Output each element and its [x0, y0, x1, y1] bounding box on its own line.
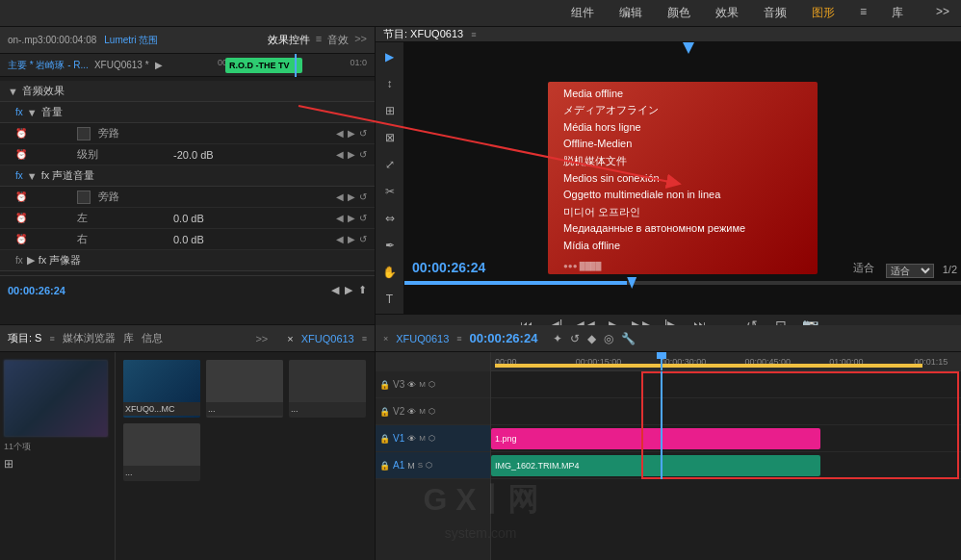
tl-tool-marker[interactable]: ◆	[587, 332, 596, 345]
left-left[interactable]: ◀	[336, 213, 344, 223]
v1-lock[interactable]: 🔒	[379, 434, 390, 444]
rolling-tool[interactable]: ⊠	[379, 127, 401, 148]
audio-tab[interactable]: 音效	[327, 33, 349, 47]
type-tool[interactable]: T	[379, 289, 401, 310]
menu-expand[interactable]: >>	[932, 3, 953, 23]
bypass1-right[interactable]: ▶	[348, 128, 355, 139]
track-select-tool[interactable]: ↕	[379, 73, 401, 94]
a1-solo[interactable]: S	[418, 461, 423, 470]
bypass2-checkbox[interactable]	[77, 191, 91, 204]
bypass1-reset[interactable]: ↺	[359, 128, 367, 139]
level-value[interactable]: -20.0 dB	[173, 149, 336, 161]
project-item-3[interactable]: ...	[289, 360, 366, 418]
tl-tool-settings[interactable]: 🔧	[621, 332, 636, 345]
tl-settings-icon[interactable]: ≡	[456, 334, 461, 344]
tl-close[interactable]: ×	[383, 334, 388, 344]
v2-label: V2	[393, 406, 404, 417]
preview-title: 节目: XFUQ0613	[383, 27, 463, 41]
v2-solo[interactable]: M	[419, 407, 426, 416]
bypass2-reset[interactable]: ↺	[359, 191, 367, 202]
razor-tool[interactable]: ✂	[379, 181, 401, 202]
v2-sync[interactable]: ⬡	[429, 407, 435, 416]
a1-lock[interactable]: 🔒	[379, 461, 390, 471]
ripple-tool[interactable]: ⊞	[379, 100, 401, 121]
project-expand[interactable]: >>	[255, 333, 268, 344]
settings-icon[interactable]: ≡	[316, 33, 322, 47]
tl-ruler[interactable]: 00:00 00:00:15:00 00:00:30:00 00:00:45:0…	[491, 352, 961, 371]
ruler-playhead	[661, 352, 662, 371]
export-btn[interactable]: ⬆	[358, 284, 367, 296]
v1-eye[interactable]: 👁	[407, 434, 416, 444]
right-reset[interactable]: ↺	[359, 234, 367, 244]
project-item-4[interactable]: ...	[123, 423, 200, 481]
level-right[interactable]: ▶	[348, 149, 355, 160]
preview-scrubber[interactable]	[404, 281, 961, 285]
media-browser-tab[interactable]: 媒体浏览器	[63, 331, 116, 345]
menu-library[interactable]: 库	[888, 3, 907, 23]
level-left[interactable]: ◀	[336, 149, 344, 160]
right-left[interactable]: ◀	[336, 234, 344, 244]
lumetri-label[interactable]: Lumetri 范围	[104, 34, 158, 47]
v2-eye[interactable]: 👁	[407, 407, 416, 417]
left-panel: on-.mp3:00:00:04:08 Lumetri 范围 效果控件 ≡ 音效…	[0, 27, 376, 560]
tl-tool-link[interactable]: ↺	[570, 332, 580, 345]
v1-clip[interactable]: 1.png	[491, 428, 820, 449]
menu-effects[interactable]: 效果	[712, 3, 742, 23]
preview-settings-icon[interactable]: ≡	[471, 30, 476, 39]
info-tab[interactable]: 信息	[142, 331, 163, 345]
next-btn[interactable]: ▶	[345, 284, 352, 296]
rate-stretch[interactable]: ⤢	[379, 154, 401, 175]
v1-sync[interactable]: ⬡	[429, 434, 435, 443]
bypass1-checkbox[interactable]	[77, 127, 91, 140]
library-tab[interactable]: 库	[123, 331, 134, 345]
v1-solo[interactable]: M	[419, 434, 426, 443]
bypass1-left[interactable]: ◀	[336, 128, 344, 139]
slip-tool[interactable]: ⇔	[379, 208, 401, 229]
effects-tab[interactable]: 效果控件	[268, 33, 310, 47]
menu-edit[interactable]: 编辑	[615, 3, 646, 23]
tl-tool-snap[interactable]: ✦	[553, 332, 562, 345]
sequence-name[interactable]: XFUQ0613	[301, 333, 354, 344]
fit-select[interactable]: 适合	[886, 264, 934, 278]
project-item-1[interactable]: XFUQ0...MC	[123, 360, 200, 418]
prev-btn[interactable]: ◀	[331, 284, 339, 296]
right-value[interactable]: 0.0 dB	[173, 234, 336, 245]
select-tool[interactable]: ▶	[379, 46, 401, 67]
effects-footer: 00:00:26:24 ◀ ▶ ⬆	[0, 275, 375, 304]
v3-lock[interactable]: 🔒	[379, 380, 390, 390]
sequence-tab[interactable]: ×	[287, 333, 293, 344]
right-right[interactable]: ▶	[348, 234, 355, 244]
expand-icon[interactable]: >>	[354, 33, 367, 47]
hand-tool[interactable]: ✋	[379, 262, 401, 283]
pen-tool[interactable]: ✒	[379, 235, 401, 256]
project-item-2[interactable]: ...	[206, 360, 283, 418]
v2-lock[interactable]: 🔒	[379, 407, 390, 417]
tl-tool-flag[interactable]: ◎	[604, 332, 613, 345]
project-tab[interactable]: 项目: S	[8, 331, 41, 345]
a1-clip[interactable]: IMG_1602.TRIM.MP4	[491, 455, 820, 476]
v3-solo[interactable]: M	[419, 380, 426, 389]
menu-color[interactable]: 颜色	[663, 3, 694, 23]
tl-sequence-name[interactable]: XFUQ0613	[396, 333, 449, 344]
v3-sync[interactable]: ⬡	[429, 380, 435, 389]
tl-side-v2: 🔒 V2 👁 M ⬡	[376, 398, 490, 425]
v3-eye[interactable]: 👁	[407, 380, 416, 390]
bypass2-right[interactable]: ▶	[348, 191, 355, 202]
menu-audio[interactable]: 音频	[760, 3, 791, 23]
main-layout: on-.mp3:00:00:04:08 Lumetri 范围 效果控件 ≡ 音效…	[0, 27, 961, 560]
v1-label: V1	[393, 433, 404, 444]
menu-components[interactable]: 组件	[567, 3, 598, 23]
bypass2-left[interactable]: ◀	[336, 191, 344, 202]
grid-view-btn[interactable]: ⊞	[4, 457, 13, 471]
clip-name: on-.mp3:00:00:04:08	[8, 35, 96, 45]
left-right[interactable]: ▶	[348, 213, 355, 223]
a1-sync[interactable]: ⬡	[426, 461, 432, 470]
a1-eye[interactable]: M	[407, 461, 415, 471]
play-icon[interactable]: ▶	[155, 60, 163, 70]
left-reset[interactable]: ↺	[359, 213, 367, 223]
level-reset[interactable]: ↺	[359, 149, 367, 160]
left-value[interactable]: 0.0 dB	[173, 213, 336, 224]
clip-green-bar[interactable]: R.O.D -THE TV	[225, 58, 302, 73]
menu-graphics[interactable]: 图形	[808, 3, 839, 23]
volume-label: 音量	[41, 105, 63, 119]
